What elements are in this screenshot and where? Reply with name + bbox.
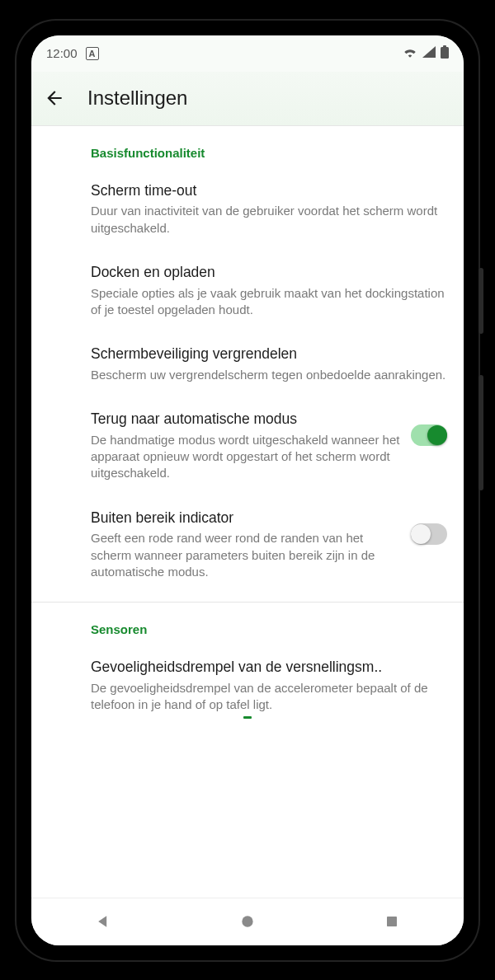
setting-description: De gevoeligheidsdrempel van de accelerom… [91, 680, 447, 714]
section-header-basic: Basisfunctionaliteit [31, 126, 464, 168]
setting-description: Duur van inactiviteit van de gebruiker v… [91, 203, 447, 237]
wifi-icon [403, 46, 417, 60]
setting-description: Bescherm uw vergrendelscherm tegen onbed… [91, 367, 447, 383]
cellular-icon [422, 46, 436, 60]
setting-dock-charging[interactable]: Docken en opladen Speciale opties als je… [31, 250, 464, 331]
toggle-out-of-range-indicator[interactable] [411, 523, 447, 545]
app-bar: Instellingen [31, 72, 464, 126]
setting-title: Docken en opladen [91, 263, 447, 282]
setting-description: Geeft een rode rand weer rond de randen … [91, 530, 401, 580]
back-button[interactable] [43, 87, 66, 110]
svg-rect-3 [387, 917, 397, 926]
nav-back-button[interactable] [87, 913, 120, 930]
system-navigation-bar [31, 898, 464, 945]
circle-home-icon [239, 913, 256, 930]
svg-rect-1 [443, 45, 446, 48]
setting-description: Speciale opties als je vaak gebruik maak… [91, 285, 447, 319]
setting-title: Terug naar automatische modus [91, 410, 401, 429]
svg-point-2 [242, 916, 252, 926]
battery-icon [441, 45, 449, 61]
setting-description: De handmatige modus wordt uitgeschakeld … [91, 432, 401, 482]
svg-rect-0 [441, 47, 449, 59]
setting-return-auto-mode[interactable]: Terug naar automatische modus De handmat… [31, 396, 464, 495]
nav-recents-button[interactable] [375, 914, 408, 929]
square-recents-icon [384, 914, 399, 929]
side-button [478, 375, 483, 490]
triangle-back-icon [95, 913, 111, 930]
setting-title: Scherm time-out [91, 181, 447, 200]
setting-lock-screen-protection[interactable]: Schermbeveiliging vergrendelen Bescherm … [31, 331, 464, 396]
status-bar: 12:00 A [31, 35, 464, 72]
status-time: 12:00 [46, 46, 78, 60]
phone-frame: 12:00 A Instellingen Basis [16, 21, 478, 960]
setting-out-of-range-indicator[interactable]: Buiten bereik indicator Geeft een rode r… [31, 495, 464, 594]
switch-thumb [411, 524, 431, 544]
setting-screen-timeout[interactable]: Scherm time-out Duur van inactiviteit va… [31, 168, 464, 250]
setting-title: Gevoeligheidsdrempel van de versnellings… [91, 658, 447, 677]
arrow-back-icon [44, 87, 65, 109]
page-title: Instellingen [87, 87, 187, 110]
section-header-sensors: Sensoren [31, 603, 464, 645]
status-badge: A [86, 47, 99, 60]
toggle-return-auto-mode[interactable] [411, 424, 447, 446]
setting-title: Schermbeveiliging vergrendelen [91, 345, 447, 363]
nav-home-button[interactable] [231, 913, 264, 930]
side-button [478, 268, 483, 334]
setting-title: Buiten bereik indicator [91, 509, 401, 528]
screen: 12:00 A Instellingen Basis [31, 35, 464, 945]
setting-accelerometer-threshold[interactable]: Gevoeligheidsdrempel van de versnellings… [31, 645, 464, 716]
scroll-hint [31, 716, 464, 720]
settings-list[interactable]: Basisfunctionaliteit Scherm time-out Duu… [31, 126, 464, 898]
switch-thumb [427, 425, 447, 445]
